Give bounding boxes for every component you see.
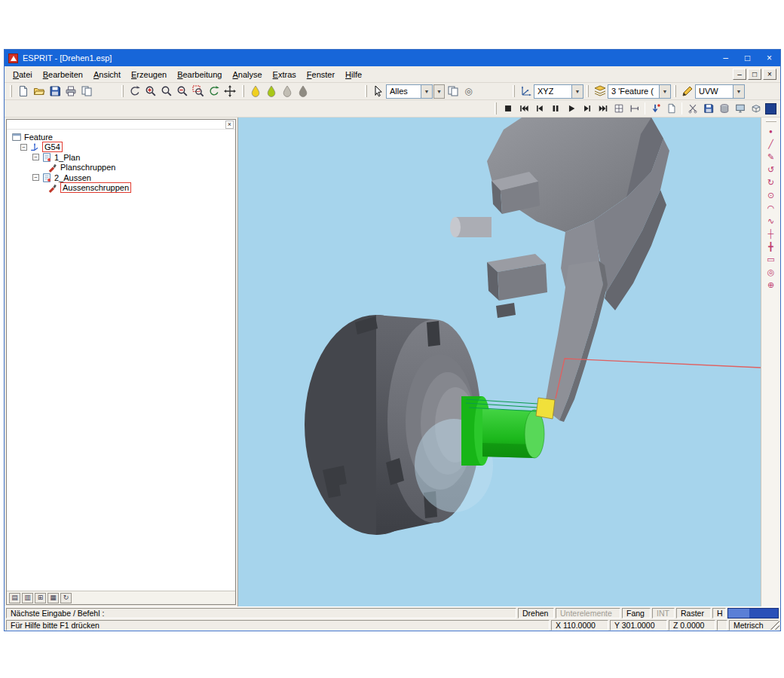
menu-datei[interactable]: Datei: [8, 68, 38, 81]
mdi-restore-button[interactable]: □: [748, 69, 761, 80]
toggle-raster[interactable]: Raster: [676, 608, 711, 618]
chevron-down-icon[interactable]: ▼: [571, 85, 583, 98]
rotate-cw-icon[interactable]: ↻: [764, 177, 779, 188]
chevron-down-icon[interactable]: ▼: [659, 85, 670, 98]
toolbar-grip[interactable]: [10, 85, 12, 97]
sim-console-icon[interactable]: [765, 103, 776, 115]
feature-combo[interactable]: 3 'Feature ( ▼: [608, 84, 671, 99]
pen-icon[interactable]: ✎: [764, 151, 779, 163]
sim-stock-cylinder-icon[interactable]: [716, 101, 732, 116]
wcs-combo[interactable]: XYZ ▼: [534, 84, 583, 99]
wcs-icon[interactable]: [518, 84, 534, 99]
menu-fenster[interactable]: Fenster: [302, 68, 340, 81]
titlebar[interactable]: ESPRIT - [Drehen1.esp] – □ ×: [5, 50, 780, 66]
menu-hilfe[interactable]: Hilfe: [340, 68, 367, 81]
rotate-view-icon[interactable]: [206, 84, 222, 99]
chevron-down-icon[interactable]: ▼: [421, 85, 432, 98]
circle-icon[interactable]: ⊙: [764, 190, 779, 201]
mdi-close-button[interactable]: ×: [763, 69, 776, 80]
sim-to-end-icon[interactable]: [595, 101, 611, 116]
toolbar-grip[interactable]: [242, 85, 244, 97]
menu-ansicht[interactable]: Ansicht: [88, 68, 126, 81]
axis-horizontal-icon[interactable]: ┼: [764, 228, 779, 240]
sim-pause-icon[interactable]: [547, 101, 563, 116]
menu-bearbeitung[interactable]: Bearbeitung: [172, 68, 227, 81]
selection-combo[interactable]: Alles ▼: [386, 84, 433, 99]
point-icon[interactable]: ●: [764, 126, 779, 137]
table-view-tab[interactable]: ⊞: [35, 593, 46, 603]
toggle-h[interactable]: H: [712, 608, 726, 618]
uvw-icon[interactable]: [679, 84, 695, 99]
tree-row-feature[interactable]: Feature: [10, 132, 232, 142]
print-icon[interactable]: [63, 84, 78, 99]
tree-row-g54[interactable]: − G54: [10, 142, 232, 153]
guide-rectangle-icon[interactable]: ▭: [764, 254, 779, 265]
toolbar-grip[interactable]: [586, 85, 589, 97]
snap-icon[interactable]: ⊕: [764, 279, 779, 291]
menu-extras[interactable]: Extras: [268, 68, 302, 81]
operation-list-tab[interactable]: ▥: [22, 593, 33, 603]
sim-section-icon[interactable]: [684, 101, 700, 116]
sim-play-icon[interactable]: [563, 101, 579, 116]
zoom-window-icon[interactable]: [190, 84, 206, 99]
collapse-icon[interactable]: −: [20, 144, 27, 151]
menu-bearbeiten[interactable]: Bearbeiten: [38, 68, 88, 81]
sim-stock-box-icon[interactable]: [748, 101, 764, 116]
toolbar-grip[interactable]: [495, 102, 497, 115]
property-view-tab[interactable]: ▦: [47, 593, 59, 603]
mdi-minimize-button[interactable]: –: [733, 69, 746, 80]
line-icon[interactable]: ╱: [764, 139, 779, 150]
selection-dropdown-button[interactable]: ▼: [433, 84, 445, 99]
close-button[interactable]: ×: [758, 50, 780, 66]
sim-stop-icon[interactable]: [500, 101, 516, 116]
selection-filter-icon[interactable]: [445, 84, 461, 99]
mask-off-icon[interactable]: [295, 84, 311, 99]
resize-grip[interactable]: [770, 621, 779, 630]
sim-single-block-icon[interactable]: [611, 101, 626, 116]
sync-view-tab[interactable]: ↻: [60, 593, 72, 603]
concentric-icon[interactable]: ◎: [764, 267, 779, 278]
copy-icon[interactable]: [78, 84, 94, 99]
sim-report-icon[interactable]: [663, 101, 679, 116]
redraw-icon[interactable]: [127, 84, 142, 99]
zoom-icon[interactable]: [158, 84, 174, 99]
arc-icon[interactable]: ◠: [764, 203, 779, 214]
uvw-combo[interactable]: UVW ▼: [695, 84, 745, 99]
collapse-icon[interactable]: −: [32, 154, 39, 160]
minimize-button[interactable]: –: [715, 50, 737, 66]
cursor-icon[interactable]: [370, 84, 386, 99]
tree-row-2-aussen[interactable]: − 2_Aussen: [10, 173, 232, 183]
toggle-fang[interactable]: Fang: [622, 608, 651, 618]
collapse-icon[interactable]: −: [32, 174, 39, 181]
tree-row-1-plan[interactable]: − 1_Plan: [10, 152, 232, 163]
sim-save-stock-icon[interactable]: [700, 101, 716, 116]
zoom-in-icon[interactable]: [142, 84, 158, 99]
mode-drehen[interactable]: Drehen: [518, 608, 554, 618]
new-file-icon[interactable]: [15, 84, 31, 99]
menu-analyse[interactable]: Analyse: [227, 68, 267, 81]
pan-icon[interactable]: [222, 84, 237, 99]
sim-machine-view-icon[interactable]: [732, 101, 748, 116]
selection-loop-icon[interactable]: ◎: [461, 84, 476, 99]
toolbar-grip[interactable]: [674, 85, 676, 97]
mask-solids-icon[interactable]: [279, 84, 295, 99]
feature-list-tab[interactable]: ▤: [9, 593, 20, 603]
axis-vertical-icon[interactable]: ╋: [764, 241, 779, 252]
sim-to-start-icon[interactable]: [516, 101, 531, 116]
sim-step-back-icon[interactable]: [531, 101, 547, 116]
mask-workpiece-icon[interactable]: [247, 84, 263, 99]
tree-row-aussenschruppen[interactable]: Aussenschruppen: [10, 183, 232, 194]
tree-row-planschruppen[interactable]: Planschruppen: [10, 163, 232, 173]
panel-close-icon[interactable]: ×: [225, 121, 234, 129]
maximize-button[interactable]: □: [737, 50, 758, 66]
menu-erzeugen[interactable]: Erzeugen: [126, 68, 172, 81]
sim-stock-gauge-icon[interactable]: [626, 101, 642, 116]
toolbar-grip[interactable]: [513, 85, 515, 97]
toggle-unterelemente[interactable]: Unterelemente: [556, 608, 620, 618]
toolbar-grip[interactable]: [766, 120, 776, 122]
rotate-ccw-icon[interactable]: ↺: [764, 164, 779, 176]
simulation-viewport[interactable]: [238, 118, 761, 606]
mask-feature-icon[interactable]: [263, 84, 279, 99]
layers-icon[interactable]: [592, 84, 608, 99]
curve-icon[interactable]: ∿: [764, 215, 779, 227]
